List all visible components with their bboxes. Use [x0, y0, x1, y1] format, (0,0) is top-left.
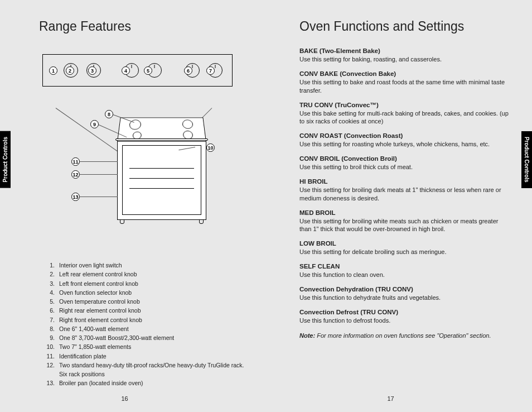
feature-item: 10.Two 7" 1,850-watt elements	[42, 342, 249, 351]
feature-number: 11.	[42, 352, 55, 361]
feature-item: 4.Oven function selector knob	[42, 288, 249, 297]
right-page-title: Oven Functions and Settings	[299, 19, 510, 34]
function-description: Use this function to dehydrate fruits an…	[299, 294, 510, 302]
right-page: Product Controls Oven Functions and Sett…	[266, 0, 532, 412]
function-section: Convection Dehydration (TRU CONV)Use thi…	[299, 286, 510, 302]
feature-number: 6.	[42, 306, 55, 315]
feature-text: Oven function selector knob	[59, 288, 249, 297]
callout-10: 10	[206, 143, 215, 152]
page-number-left: 16	[121, 395, 128, 402]
page-number-right: 17	[387, 395, 394, 402]
oven-functions-sections: BAKE (Two-Element Bake)Use this setting …	[299, 47, 510, 340]
callout-1: 1	[49, 66, 57, 75]
function-heading: Convection Defrost (TRU CONV)	[299, 309, 510, 315]
functions-note: Note: For more information on oven funct…	[299, 332, 510, 340]
feature-item: 2.Left rear element control knob	[42, 270, 249, 279]
side-tab-left: Product Controls	[0, 131, 11, 188]
function-description: Use this setting for delicate broiling s…	[299, 248, 510, 256]
feature-item: 9.One 8" 3,700-watt Boost/2,300-watt ele…	[42, 333, 249, 342]
feature-number: 8.	[42, 324, 55, 333]
function-heading: TRU CONV (TruConvec™)	[299, 102, 510, 108]
function-heading: CONV BAKE (Convection Bake)	[299, 70, 510, 77]
callout-11: 11	[71, 157, 80, 166]
function-heading: CONV BROIL (Convection Broil)	[299, 155, 510, 162]
function-section: MED BROILUse this setting for broiling w…	[299, 209, 510, 234]
note-text: For more information on oven functions s…	[315, 332, 491, 339]
feature-text: Broiler pan (located inside oven)	[59, 379, 249, 387]
function-heading: Convection Dehydration (TRU CONV)	[299, 286, 510, 293]
feature-number: 3.	[42, 279, 55, 288]
feature-item: 8.One 6" 1,400-watt element	[42, 324, 249, 333]
function-section: HI BROILUse this setting for broiling da…	[299, 178, 510, 203]
feature-number: 10.	[42, 342, 55, 351]
function-heading: BAKE (Two-Element Bake)	[299, 47, 510, 54]
left-page: Product Controls Range Features 1 2 3 4 …	[0, 0, 266, 412]
function-section: CONV ROAST (Convection Roast)Use this se…	[299, 132, 510, 148]
function-section: SELF CLEANUse this function to clean ove…	[299, 263, 510, 279]
left-page-title: Range Features	[39, 19, 249, 34]
feature-number: 7.	[42, 315, 55, 324]
function-section: TRU CONV (TruConvec™)Use this bake setti…	[299, 102, 510, 126]
feature-item: 1.Interior oven light switch	[42, 261, 249, 270]
callout-13: 13	[71, 193, 80, 201]
feature-item: 5.Oven temperature control knob	[42, 297, 249, 306]
function-heading: CONV ROAST (Convection Roast)	[299, 132, 510, 139]
feature-text: Two standard heavy-duty tilt-proof racks…	[59, 361, 249, 379]
range-illustration	[117, 113, 206, 219]
callout-8: 8	[105, 110, 113, 118]
note-label: Note:	[299, 332, 315, 339]
page-spread: Product Controls Range Features 1 2 3 4 …	[0, 0, 532, 412]
feature-text: Left front element control knob	[59, 279, 249, 288]
feature-list: 1.Interior oven light switch2.Left rear …	[42, 261, 249, 388]
function-heading: HI BROIL	[299, 178, 510, 185]
function-section: CONV BAKE (Convection Bake)Use this sett…	[299, 70, 510, 95]
function-description: Use this function to defrost foods.	[299, 317, 510, 325]
function-description: Use this bake setting for multi-rack bak…	[299, 109, 510, 126]
callout-9: 9	[90, 120, 99, 128]
side-tab-right: Product Controls	[521, 131, 532, 188]
feature-text: Right rear element control knob	[59, 306, 249, 315]
function-section: Convection Defrost (TRU CONV)Use this fu…	[299, 309, 510, 325]
feature-text: One 6" 1,400-watt element	[59, 324, 249, 333]
function-description: Use this setting for broiling dark meats…	[299, 186, 510, 203]
feature-item: 7.Right front element control knob	[42, 315, 249, 324]
feature-item: 6.Right rear element control knob	[42, 306, 249, 315]
function-description: Use this setting to bake and roast foods…	[299, 78, 510, 95]
function-section: CONV BROIL (Convection Broil)Use this se…	[299, 155, 510, 171]
function-section: LOW BROILUse this setting for delicate b…	[299, 240, 510, 256]
callout-2: 2	[66, 66, 74, 75]
feature-text: Left rear element control knob	[59, 270, 249, 279]
feature-number: 1.	[42, 261, 55, 270]
feature-number: 13.	[42, 379, 55, 387]
feature-item: 12.Two standard heavy-duty tilt-proof ra…	[42, 361, 249, 379]
feature-item: 13.Broiler pan (located inside oven)	[42, 379, 249, 387]
callout-12: 12	[71, 170, 80, 179]
function-description: Use this setting for baking, roasting, a…	[299, 55, 510, 64]
function-description: Use this setting to broil thick cuts of …	[299, 163, 510, 171]
callout-6: 6	[184, 66, 192, 75]
function-description: Use this setting for roasting whole turk…	[299, 140, 510, 148]
function-heading: SELF CLEAN	[299, 263, 510, 270]
feature-text: Two 7" 1,850-watt elements	[59, 342, 249, 351]
feature-text: Interior oven light switch	[59, 261, 249, 270]
function-description: Use this function to clean oven.	[299, 271, 510, 279]
callout-5: 5	[144, 66, 152, 75]
feature-item: 3.Left front element control knob	[42, 279, 249, 288]
feature-number: 12.	[42, 361, 55, 379]
feature-item: 11.Identification plate	[42, 352, 249, 361]
function-description: Use this setting for broiling white meat…	[299, 217, 510, 234]
function-heading: MED BROIL	[299, 209, 510, 216]
feature-number: 2.	[42, 270, 55, 279]
range-diagram: 1 2 3 4 5 6 7	[39, 54, 249, 255]
feature-text: Oven temperature control knob	[59, 297, 249, 306]
feature-number: 9.	[42, 333, 55, 342]
feature-text: Right front element control knob	[59, 315, 249, 324]
callout-4: 4	[122, 66, 130, 75]
function-heading: LOW BROIL	[299, 240, 510, 247]
function-section: BAKE (Two-Element Bake)Use this setting …	[299, 47, 510, 64]
feature-number: 5.	[42, 297, 55, 306]
feature-text: One 8" 3,700-watt Boost/2,300-watt eleme…	[59, 333, 249, 342]
callout-3: 3	[88, 66, 96, 75]
feature-text: Identification plate	[59, 352, 249, 361]
feature-number: 4.	[42, 288, 55, 297]
